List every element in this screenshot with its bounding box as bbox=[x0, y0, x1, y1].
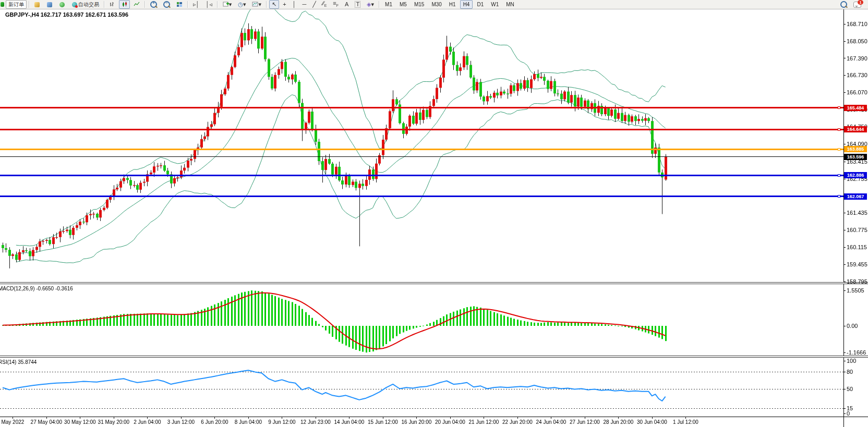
hline-anchor-marker[interactable] bbox=[838, 148, 840, 151]
price-hline-165.484[interactable] bbox=[0, 107, 843, 108]
zoom-in-button[interactable]: + bbox=[148, 0, 160, 9]
axis-tick-label: 0.00 bbox=[847, 323, 858, 329]
axis-tick bbox=[843, 389, 846, 389]
time-tick bbox=[551, 417, 551, 419]
text-icon: A bbox=[345, 2, 348, 7]
trendline-tool-button[interactable]: ╱ bbox=[310, 0, 319, 9]
axis-tick-label: 166.730 bbox=[847, 72, 867, 78]
fibonacci-tool-button[interactable]: ≡F bbox=[330, 0, 341, 9]
new-chart-icon bbox=[223, 2, 229, 7]
time-tick bbox=[685, 417, 686, 419]
axis-tick bbox=[843, 413, 846, 414]
notification-badge: 1 bbox=[858, 0, 863, 5]
hline-anchor-marker[interactable] bbox=[838, 128, 840, 131]
toolbar-separator bbox=[144, 1, 146, 8]
charts-bar-button[interactable] bbox=[32, 0, 43, 9]
axis-tick bbox=[843, 162, 846, 162]
time-tick bbox=[13, 417, 13, 419]
clock-icon: ◷ bbox=[238, 2, 243, 7]
new-chart-button[interactable]: ▾ bbox=[220, 0, 235, 9]
new-order-button[interactable]: 新订单 bbox=[6, 0, 27, 9]
axis-tick bbox=[843, 75, 846, 76]
notifications-button[interactable]: 1 bbox=[851, 0, 864, 9]
timeframe-mn[interactable]: MN bbox=[503, 0, 517, 9]
tile-windows-icon bbox=[176, 2, 183, 7]
time-tick bbox=[349, 417, 349, 419]
bar-chart-type-button[interactable] bbox=[107, 0, 118, 9]
hline-anchor-marker[interactable] bbox=[838, 174, 840, 177]
timeframe-w1[interactable]: W1 bbox=[488, 0, 502, 9]
zoom-out-button[interactable]: − bbox=[161, 0, 173, 9]
timeframe-m1[interactable]: M1 bbox=[382, 0, 395, 9]
toolbar-separator bbox=[187, 1, 188, 8]
time-tick bbox=[80, 417, 80, 419]
arrows-tool-button[interactable]: ◈▾ bbox=[364, 0, 377, 9]
chat-bubble-icon: 1 bbox=[853, 2, 861, 8]
market-watch-button[interactable] bbox=[57, 0, 68, 9]
hline-anchor-marker[interactable] bbox=[838, 106, 840, 109]
axis-tick-label: 160.115 bbox=[847, 244, 867, 250]
vertical-line-tool-button[interactable]: │ bbox=[290, 0, 299, 9]
templates-button[interactable]: ▾ bbox=[249, 0, 264, 9]
axis-tick bbox=[843, 58, 846, 58]
price-hline-163.596[interactable] bbox=[0, 156, 843, 157]
candlestick-icon bbox=[122, 2, 127, 7]
profiles-button[interactable] bbox=[44, 0, 56, 9]
horizontal-line-tool-button[interactable]: ─ bbox=[300, 0, 309, 9]
chart-window-icon bbox=[34, 2, 40, 7]
candlestick-type-button[interactable] bbox=[119, 0, 130, 9]
timeframe-d1[interactable]: D1 bbox=[474, 0, 487, 9]
timeframe-m30[interactable]: M30 bbox=[428, 0, 444, 9]
time-tick-label: 20 Jun 04:00 bbox=[435, 419, 465, 425]
symbol-mini-icon bbox=[1, 2, 4, 7]
period-button[interactable]: ◷▾ bbox=[235, 0, 248, 9]
horizontal-line-icon: ─ bbox=[303, 2, 307, 7]
chart-shift-button[interactable]: │◃ bbox=[203, 0, 214, 9]
time-tick-label: 8 Jun 04:00 bbox=[235, 419, 262, 425]
price-tag-164.644: 164.644 bbox=[844, 126, 867, 132]
toolbar-separator bbox=[379, 1, 380, 8]
time-tick bbox=[46, 417, 47, 419]
search-button[interactable] bbox=[838, 0, 850, 9]
time-tick-label: 3 Jun 12:00 bbox=[167, 419, 195, 425]
timeframe-m15[interactable]: M15 bbox=[411, 0, 427, 9]
profiles-icon bbox=[47, 2, 52, 7]
time-tick-label: 28 Jun 20:00 bbox=[603, 419, 633, 425]
timeframe-h4[interactable]: H4 bbox=[460, 0, 473, 9]
vertical-line-icon: │ bbox=[293, 2, 296, 7]
text-tool-button[interactable]: A bbox=[342, 0, 351, 9]
line-chart-type-button[interactable] bbox=[131, 0, 142, 9]
time-tick-label: 27 May 04:00 bbox=[31, 419, 63, 425]
axis-tick bbox=[843, 144, 846, 144]
hline-anchor-marker[interactable] bbox=[838, 195, 840, 198]
timeframe-h1[interactable]: H1 bbox=[446, 0, 459, 9]
axis-tick bbox=[843, 290, 846, 291]
panel-separator-rsi[interactable] bbox=[0, 356, 868, 358]
price-hline-162.886[interactable] bbox=[0, 175, 843, 176]
time-tick-label: 2 Jun 04:00 bbox=[134, 419, 161, 425]
chart-canvas[interactable] bbox=[0, 9, 868, 427]
auto-scroll-button[interactable]: ▹│ bbox=[190, 0, 202, 9]
time-tick-label: 1 Jul 12:00 bbox=[673, 419, 698, 425]
equidistant-channel-button[interactable]: ∕∕E bbox=[320, 0, 329, 9]
cursor-tool-button[interactable]: ↖ bbox=[269, 0, 279, 9]
axis-tick bbox=[843, 230, 846, 230]
time-tick-label: 31 May 20:00 bbox=[98, 419, 130, 425]
dropdown-arrow-icon: ▾ bbox=[243, 2, 246, 7]
text-label-icon: T bbox=[355, 1, 360, 8]
price-hline-163.885[interactable] bbox=[0, 149, 843, 150]
timeframe-m5[interactable]: M5 bbox=[396, 0, 410, 9]
price-hline-162.067[interactable] bbox=[0, 196, 843, 197]
axis-tick-label: 158.795 bbox=[847, 278, 867, 285]
dropdown-arrow-icon: ▾ bbox=[258, 2, 261, 7]
crosshair-tool-button[interactable]: + bbox=[280, 0, 288, 9]
axis-tick-label: 168.050 bbox=[847, 38, 867, 44]
auto-trading-button[interactable]: 自动交易 bbox=[69, 0, 102, 9]
time-axis-line bbox=[0, 417, 868, 417]
text-label-tool-button[interactable]: T bbox=[352, 0, 363, 9]
price-axis-line bbox=[843, 9, 844, 427]
new-order-label: 新订单 bbox=[8, 1, 24, 8]
tile-windows-button[interactable] bbox=[174, 0, 185, 9]
panel-separator-macd[interactable] bbox=[0, 282, 868, 284]
price-hline-164.644[interactable] bbox=[0, 129, 843, 130]
